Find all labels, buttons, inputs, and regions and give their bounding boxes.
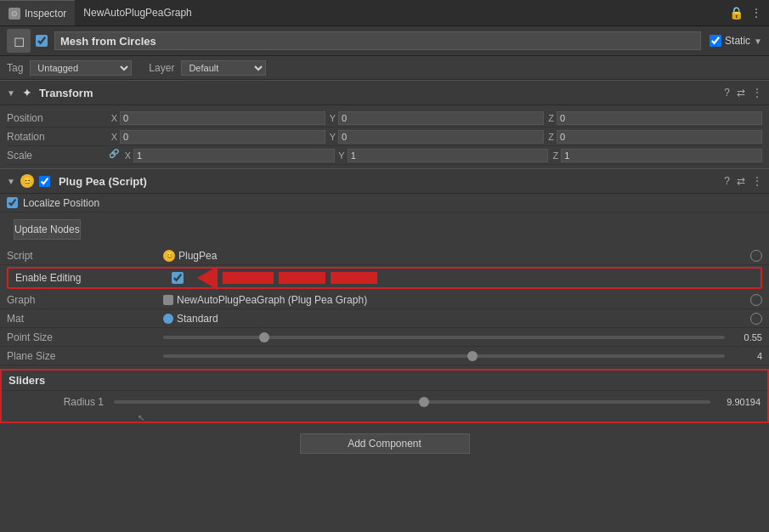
annotation-arrow [197,266,377,290]
script-select-button[interactable] [750,250,762,262]
radius1-thumb[interactable] [419,397,429,407]
plugpea-actions: ? ⇄ ⋮ [724,175,762,187]
plugpea-collapse-arrow[interactable]: ▼ [7,177,15,186]
scale-y-input[interactable] [348,149,549,162]
position-x-axis: X [109,111,325,125]
gameobject-header: ◻ [7,29,701,53]
rotation-axis-group: X Y Z [109,130,762,144]
position-row: Position X Y Z [7,109,762,127]
menu-icon[interactable]: ⋮ [750,6,762,20]
mat-value-area: Standard [163,313,747,325]
plugpea-settings-icon[interactable]: ⇄ [737,175,745,187]
scale-label-text: Scale [7,150,32,161]
point-size-row: Point Size 0.55 [0,328,769,347]
enable-editing-row: Enable Editing [7,267,762,289]
plane-size-slider[interactable] [163,354,725,358]
graph-tab-label: NewAutoPlugPeaGraph [83,7,191,19]
mat-label: Mat [7,313,160,325]
transform-header: ▼ ✦ Transform ? ⇄ ⋮ [0,80,769,105]
scale-z-axis: Z [550,149,762,162]
radius1-value: 9.90194 [714,397,761,407]
transform-help-icon[interactable]: ? [724,87,730,99]
transform-actions: ? ⇄ ⋮ [724,87,762,99]
gameobject-name-input[interactable] [54,31,701,50]
rotation-label: Rotation [7,131,109,143]
scale-y-axis: Y [336,149,549,162]
sliders-title: Sliders [8,374,45,387]
rotation-x-input[interactable] [120,130,325,144]
plane-size-value: 4 [728,351,762,361]
scale-x-input[interactable] [133,149,335,162]
point-size-label: Point Size [7,331,160,343]
position-x-label: X [109,113,117,123]
scale-x-label: X [122,150,131,161]
mat-value: Standard [177,313,218,325]
lock-icon[interactable]: 🔒 [729,6,744,20]
script-icon: 😊 [163,250,175,262]
graph-tab[interactable]: NewAutoPlugPeaGraph [75,0,200,25]
plane-size-row: Plane Size 4 [0,347,769,365]
plugpea-menu-icon[interactable]: ⋮ [752,175,762,187]
mat-select-button[interactable] [750,313,762,325]
rotation-z-axis: Z [546,130,762,144]
rotation-z-input[interactable] [557,130,762,144]
layer-label: Layer [149,62,174,74]
layer-select[interactable]: Default [181,60,266,76]
rotation-x-label: X [109,132,117,142]
add-component-row: Add Component [0,427,769,461]
tag-select[interactable]: Untagged [30,60,132,76]
enable-editing-checkbox[interactable] [172,272,184,284]
scale-label: Scale [7,150,109,161]
plugpea-help-icon[interactable]: ? [724,175,730,187]
position-y-input[interactable] [338,111,544,125]
transform-icon: ✦ [20,86,34,99]
transform-title: Transform [39,87,719,99]
arrow-head [197,266,218,290]
transform-collapse-arrow[interactable]: ▼ [7,88,15,98]
rotation-y-axis: Y [327,130,544,144]
plane-size-thumb[interactable] [467,351,478,361]
transform-settings-icon[interactable]: ⇄ [737,87,745,99]
transform-body: Position X Y Z Rotation X [0,105,769,168]
graph-label: Graph [7,294,160,306]
static-dropdown-arrow[interactable]: ▼ [754,37,762,46]
arrow-bar3 [331,272,377,284]
mat-row: Mat Standard [0,309,769,328]
scale-z-input[interactable] [561,149,762,162]
point-size-thumb[interactable] [259,332,269,342]
plane-size-label: Plane Size [7,350,160,362]
localize-checkbox[interactable] [7,197,18,208]
point-size-slider[interactable] [163,336,725,339]
enable-editing-container: Enable Editing [7,267,762,289]
scale-z-label: Z [550,150,558,161]
scale-y-label: Y [336,150,345,161]
plugpea-enabled-checkbox[interactable] [39,176,50,187]
graph-select-button[interactable] [750,294,762,306]
graph-value: NewAutoPlugPeaGraph (Plug Pea Graph) [177,294,367,306]
rotation-y-input[interactable] [338,130,544,144]
localize-label: Localize Position [23,197,99,209]
rotation-z-label: Z [546,132,554,142]
static-checkbox[interactable] [710,35,721,47]
inspector-tab[interactable]: ⊙ Inspector [0,0,75,25]
update-nodes-container: Update Nodes [0,212,769,246]
transform-menu-icon[interactable]: ⋮ [752,87,762,99]
tag-layer-row: Tag Untagged Layer Default [0,56,769,80]
mat-icon [163,314,173,324]
update-nodes-button[interactable]: Update Nodes [14,219,81,240]
position-x-input[interactable] [120,111,325,125]
enable-arrow-area [172,266,754,290]
gameobject-icon: ◻ [7,29,31,53]
add-component-button[interactable]: Add Component [300,433,470,454]
script-value: PlugPea [178,250,217,262]
position-z-input[interactable] [557,111,762,125]
position-y-label: Y [327,113,336,123]
scale-x-axis: X [122,149,335,162]
scale-lock-icon[interactable]: 🔗 [109,149,119,162]
radius1-slider[interactable] [114,400,710,404]
gameobject-enabled-checkbox[interactable] [36,35,48,47]
static-label: Static [725,35,750,47]
plugpea-body: Localize Position Update Nodes Script 😊 … [0,194,769,423]
radius1-label: Radius 1 [8,396,110,408]
plugpea-header: ▼ 😊 Plug Pea (Script) ? ⇄ ⋮ [0,168,769,194]
